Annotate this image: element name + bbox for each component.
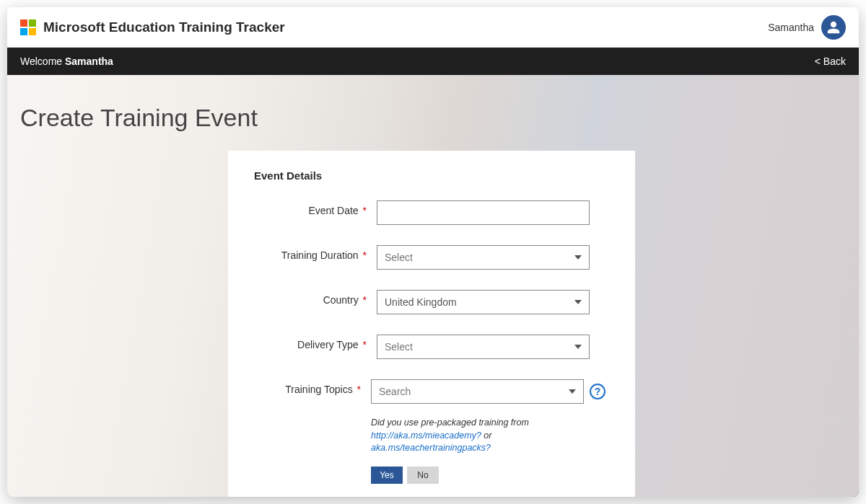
help-icon[interactable]: ? — [590, 384, 605, 399]
chevron-down-icon — [574, 255, 582, 260]
section-heading: Event Details — [254, 169, 609, 182]
prepack-yes-button[interactable]: Yes — [371, 467, 403, 484]
chevron-down-icon — [574, 345, 582, 349]
row-event-date: Event Date * — [254, 200, 609, 225]
header-bar: Microsoft Education Training Tracker Sam… — [7, 7, 859, 48]
microsoft-logo-icon — [20, 19, 36, 35]
label-country: Country * — [254, 290, 377, 306]
welcome-text: Welcome Samantha — [20, 56, 113, 67]
label-delivery-type: Delivery Type * — [254, 335, 377, 350]
page-title: Create Training Event — [7, 75, 859, 151]
country-select[interactable]: United Kingdom — [377, 290, 590, 314]
training-topics-select[interactable]: Search — [371, 379, 584, 404]
avatar-icon[interactable] — [821, 15, 846, 40]
app-window: Microsoft Education Training Tracker Sam… — [7, 7, 859, 497]
event-date-input[interactable] — [377, 200, 590, 225]
prepack-link-1[interactable]: http://aka.ms/mieacademy? — [371, 430, 481, 441]
row-country: Country * United Kingdom — [254, 290, 609, 314]
app-title: Microsoft Education Training Tracker — [43, 19, 285, 35]
prepack-yes-no: Yes No — [371, 467, 609, 484]
hero-section: Create Training Event Event Details Even… — [7, 75, 859, 497]
row-delivery-type: Delivery Type * Select — [254, 335, 609, 359]
welcome-user-name: Samantha — [65, 56, 113, 67]
welcome-prefix: Welcome — [20, 56, 65, 67]
training-topics-value: Search — [379, 386, 411, 397]
delivery-type-select[interactable]: Select — [377, 335, 590, 359]
back-link[interactable]: < Back — [815, 56, 846, 67]
brand: Microsoft Education Training Tracker — [20, 19, 285, 35]
row-training-topics: Training Topics * Search ? Did you use p… — [254, 379, 609, 484]
label-training-topics: Training Topics * — [254, 379, 371, 395]
country-value: United Kingdom — [385, 296, 457, 308]
delivery-type-value: Select — [385, 341, 413, 353]
chevron-down-icon — [569, 389, 576, 394]
scroll-region[interactable]: Microsoft Education Training Tracker Sam… — [7, 7, 859, 497]
chevron-down-icon — [574, 300, 582, 304]
label-event-date: Event Date * — [254, 200, 377, 216]
prepack-link-2[interactable]: aka.ms/teachertrainingpacks? — [371, 443, 491, 453]
required-marker: * — [360, 205, 367, 216]
user-chip[interactable]: Samantha — [768, 15, 846, 40]
welcome-bar: Welcome Samantha < Back — [7, 48, 859, 75]
training-duration-select[interactable]: Select — [377, 245, 590, 270]
label-training-duration: Training Duration * — [254, 245, 377, 261]
row-training-duration: Training Duration * Select — [254, 245, 609, 270]
prepack-question: Did you use pre-packaged training from h… — [371, 417, 609, 455]
training-duration-value: Select — [385, 252, 413, 263]
header-user-name: Samantha — [768, 22, 814, 33]
prepack-no-button[interactable]: No — [407, 467, 439, 484]
form-card: Event Details Event Date * Training Dura… — [228, 151, 635, 497]
